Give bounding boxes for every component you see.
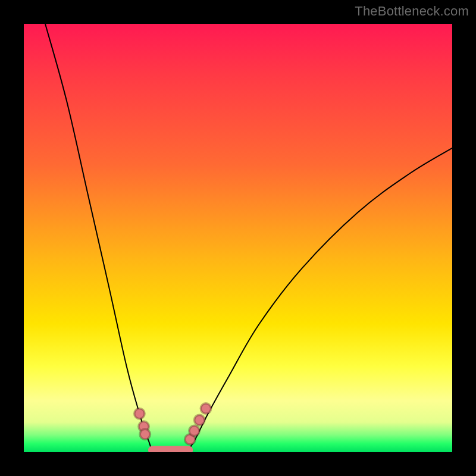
chart-container: TheBottleneck.com: [0, 0, 476, 476]
watermark-text: TheBottleneck.com: [355, 4, 469, 19]
plot-area: [24, 24, 452, 452]
highlight-dot: [189, 425, 199, 436]
curve-right-branch: [187, 148, 452, 452]
highlight-dot: [195, 415, 205, 425]
highlight-dots-group: [134, 403, 211, 444]
highlight-dot: [201, 403, 211, 414]
chart-overlay: [24, 24, 452, 452]
curve-left-branch: [45, 24, 187, 452]
highlight-dot: [140, 429, 150, 439]
highlight-dot: [134, 409, 145, 419]
